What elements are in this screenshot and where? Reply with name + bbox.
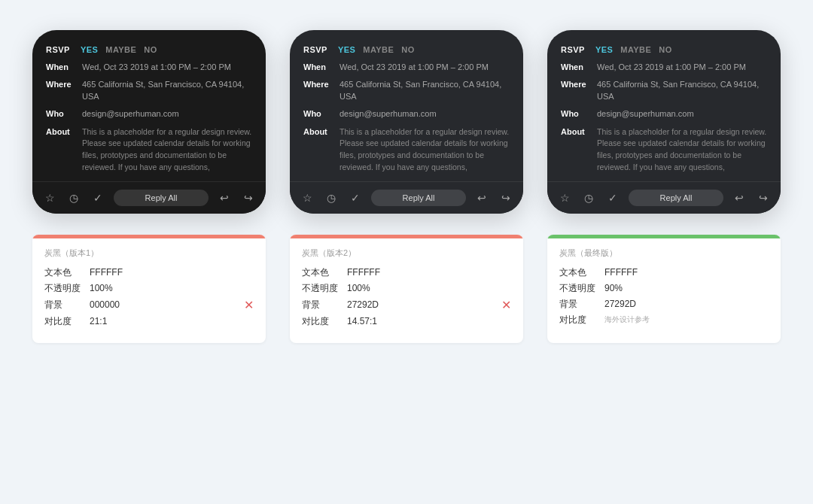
spec-key-textcolor-1: 文本色 — [44, 266, 90, 279]
reply-all-btn-2[interactable]: Reply All — [371, 190, 466, 206]
reply-icon-1[interactable]: ↩ — [216, 190, 233, 206]
rsvp-maybe-2[interactable]: MAYBE — [363, 45, 394, 54]
toolbar-1: ☆ ◷ ✓ Reply All ↩ ↪ — [32, 181, 266, 214]
info-card-2: 炭黑（版本2） 文本色 FFFFFF 不透明度 100% 背景 27292D ✕… — [290, 235, 523, 343]
info-card-1: 炭黑（版本1） 文本色 FFFFFF 不透明度 100% 背景 000000 ✕… — [32, 235, 266, 343]
rsvp-no-3[interactable]: NO — [659, 45, 671, 54]
rsvp-maybe-1[interactable]: MAYBE — [105, 45, 136, 54]
rsvp-yes-1[interactable]: YES — [81, 45, 98, 54]
spec-val-opacity-3: 90% — [604, 283, 769, 293]
spec-key-bg-3: 背景 — [559, 298, 604, 311]
reply-all-label-1: Reply All — [145, 193, 178, 202]
rsvp-row-1: RSVP YES MAYBE NO — [46, 45, 252, 54]
when-label-1: When — [46, 62, 82, 71]
spec-row-bg-1: 背景 000000 ✕ — [44, 298, 254, 312]
rsvp-row-2: RSVP YES MAYBE NO — [303, 45, 510, 54]
star-icon-2[interactable]: ☆ — [299, 190, 315, 206]
spec-row-textcolor-2: 文本色 FFFFFF — [302, 266, 511, 279]
about-row-3: About This is a placeholder for a regula… — [561, 126, 767, 174]
spec-row-opacity-2: 不透明度 100% — [302, 282, 511, 295]
who-value-2: design@superhuman.com — [340, 108, 510, 120]
who-label-3: Who — [561, 108, 597, 118]
reply-all-label-3: Reply All — [660, 193, 693, 202]
spec-val-bg-1: 000000 — [90, 299, 244, 310]
phone-card-2: RSVP YES MAYBE NO When Wed, Oct 23 2019 … — [290, 30, 523, 214]
toolbar-2: ☆ ◷ ✓ Reply All ↩ ↪ — [290, 181, 523, 214]
spec-key-textcolor-2: 文本色 — [302, 266, 347, 279]
rsvp-label-2: RSVP — [303, 45, 330, 54]
toolbar-3: ☆ ◷ ✓ Reply All ↩ ↪ — [547, 181, 781, 214]
where-value-3: 465 California St, San Francisco, CA 941… — [597, 79, 767, 102]
who-row-2: Who design@superhuman.com — [303, 108, 510, 120]
where-row-1: Where 465 California St, San Francisco, … — [46, 79, 252, 102]
reply-icon-3[interactable]: ↩ — [731, 190, 748, 206]
where-label-1: Where — [46, 79, 82, 89]
rsvp-maybe-3[interactable]: MAYBE — [620, 45, 651, 54]
when-value-2: Wed, Oct 23 2019 at 1:00 PM – 2:00 PM — [340, 62, 510, 73]
clock-icon-3[interactable]: ◷ — [580, 190, 597, 206]
version-label-2: 炭黑（版本2） — [302, 247, 511, 259]
who-row-1: Who design@superhuman.com — [46, 108, 252, 120]
reply-icon-2[interactable]: ↩ — [473, 190, 490, 206]
where-label-2: Where — [303, 79, 340, 89]
check-icon-3[interactable]: ✓ — [604, 190, 621, 206]
about-label-3: About — [561, 126, 597, 136]
spec-key-opacity-1: 不透明度 — [44, 282, 90, 295]
phone-card-3: RSVP YES MAYBE NO When Wed, Oct 23 2019 … — [547, 30, 781, 214]
top-section: RSVP YES MAYBE NO When Wed, Oct 23 2019 … — [0, 0, 813, 235]
spec-key-opacity-2: 不透明度 — [302, 282, 347, 295]
spec-val-textcolor-1: FFFFFF — [90, 267, 254, 278]
rsvp-no-2[interactable]: NO — [401, 45, 414, 54]
version-label-3: 炭黑（最终版） — [559, 247, 769, 259]
spec-key-contrast-2: 对比度 — [302, 315, 347, 328]
spec-val-opacity-2: 100% — [347, 283, 511, 293]
cross-icon-1: ✕ — [244, 298, 254, 312]
who-label-1: Who — [46, 108, 82, 118]
spec-row-contrast-2: 对比度 14.57:1 — [302, 315, 511, 328]
about-value-3: This is a placeholder for a regular desi… — [597, 126, 767, 174]
spec-row-contrast-3: 对比度 海外设计参考 — [559, 314, 769, 326]
clock-icon-2[interactable]: ◷ — [323, 190, 340, 206]
clock-icon-1[interactable]: ◷ — [65, 190, 82, 206]
where-row-3: Where 465 California St, San Francisco, … — [561, 79, 767, 102]
spec-val-bg-3: 27292D — [604, 299, 769, 309]
reply-all-btn-3[interactable]: Reply All — [629, 190, 723, 206]
about-row-2: About This is a placeholder for a regula… — [303, 126, 510, 174]
who-label-2: Who — [303, 108, 340, 118]
spec-row-textcolor-1: 文本色 FFFFFF — [44, 266, 254, 279]
forward-icon-1[interactable]: ↪ — [240, 190, 257, 206]
who-value-3: design@superhuman.com — [597, 108, 767, 120]
star-icon-3[interactable]: ☆ — [556, 190, 573, 206]
when-row-3: When Wed, Oct 23 2019 at 1:00 PM – 2:00 … — [561, 62, 767, 73]
where-label-3: Where — [561, 79, 597, 89]
star-icon-1[interactable]: ☆ — [41, 190, 58, 206]
cross-icon-2: ✕ — [501, 298, 511, 312]
spec-row-contrast-1: 对比度 21:1 — [44, 315, 254, 328]
where-value-2: 465 California St, San Francisco, CA 941… — [340, 79, 510, 102]
spec-val-contrast-3: 海外设计参考 — [604, 314, 769, 325]
spec-row-opacity-3: 不透明度 90% — [559, 282, 769, 295]
spec-val-textcolor-2: FFFFFF — [347, 267, 511, 278]
spec-row-textcolor-3: 文本色 FFFFFF — [559, 266, 769, 279]
rsvp-no-1[interactable]: NO — [144, 45, 157, 54]
check-icon-2[interactable]: ✓ — [347, 190, 364, 206]
who-value-1: design@superhuman.com — [82, 108, 252, 120]
about-value-2: This is a placeholder for a regular desi… — [340, 126, 510, 174]
about-value-1: This is a placeholder for a regular desi… — [82, 126, 252, 174]
spec-val-textcolor-3: FFFFFF — [604, 267, 769, 278]
about-row-1: About This is a placeholder for a regula… — [46, 126, 252, 174]
check-icon-1[interactable]: ✓ — [90, 190, 106, 206]
spec-key-bg-1: 背景 — [44, 299, 90, 311]
spec-row-bg-3: 背景 27292D — [559, 298, 769, 311]
reply-all-label-2: Reply All — [403, 193, 435, 202]
forward-icon-2[interactable]: ↪ — [498, 190, 514, 206]
spec-row-opacity-1: 不透明度 100% — [44, 282, 254, 295]
rsvp-yes-3[interactable]: YES — [595, 45, 613, 54]
where-row-2: Where 465 California St, San Francisco, … — [303, 79, 510, 102]
spec-val-contrast-2: 14.57:1 — [347, 316, 511, 326]
rsvp-yes-2[interactable]: YES — [338, 45, 355, 54]
reply-all-btn-1[interactable]: Reply All — [114, 190, 209, 206]
spec-key-bg-2: 背景 — [302, 299, 347, 311]
spec-key-textcolor-3: 文本色 — [559, 266, 604, 279]
forward-icon-3[interactable]: ↪ — [755, 190, 772, 206]
